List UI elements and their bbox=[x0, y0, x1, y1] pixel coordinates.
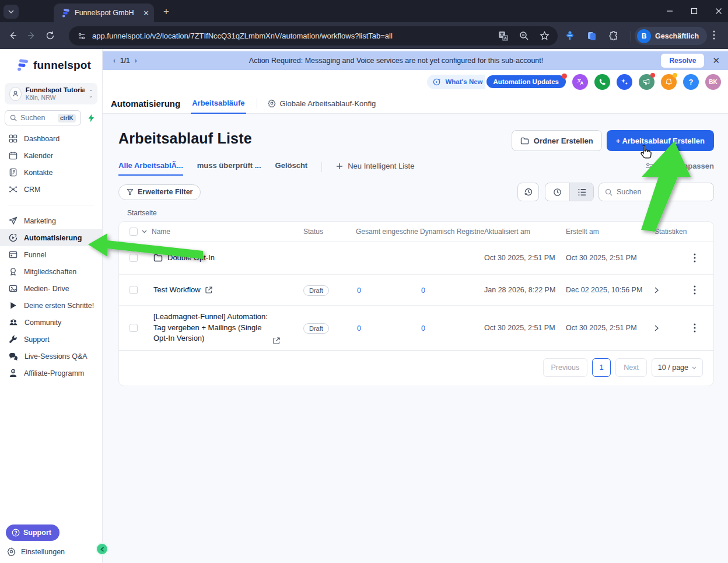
workflow-name[interactable]: Double Opt-In bbox=[167, 253, 215, 264]
phone-circle-button[interactable] bbox=[594, 74, 610, 90]
automation-updates-button[interactable]: Automation Updates bbox=[487, 75, 566, 88]
tab-alle-arbeitsablaeufe[interactable]: Alle ArbeitsablÃ... bbox=[118, 161, 183, 176]
pagination-page-1[interactable]: 1 bbox=[592, 358, 611, 377]
tab-search-button[interactable] bbox=[4, 5, 19, 19]
pagination-previous[interactable]: Previous bbox=[543, 358, 588, 377]
support-button[interactable]: Support bbox=[6, 524, 60, 541]
row-menu-icon[interactable] bbox=[694, 253, 696, 263]
dynamic-count[interactable]: 0 bbox=[420, 286, 425, 295]
new-tab-button[interactable]: + bbox=[163, 6, 169, 18]
table-row-workflow[interactable]: Test Workflow Draft 0 0 Jan 28 2026, 8:2… bbox=[119, 275, 713, 306]
advanced-filter-button[interactable]: Erweiterte Filter bbox=[118, 184, 201, 200]
sidebar-item-funnel[interactable]: Funnel bbox=[0, 246, 102, 263]
notifications-circle-button[interactable] bbox=[661, 74, 677, 90]
external-link-icon[interactable] bbox=[273, 337, 280, 344]
select-all-checkbox[interactable] bbox=[130, 228, 138, 236]
account-chevrons-icon: ⌃⌄ bbox=[89, 90, 93, 98]
folder-icon bbox=[153, 254, 163, 262]
translate-circle-button[interactable] bbox=[572, 74, 588, 90]
memberships-icon bbox=[9, 267, 18, 276]
list-view-button[interactable] bbox=[569, 183, 593, 201]
sidebar-item-kontakte[interactable]: Kontakte bbox=[0, 164, 102, 181]
window-close-icon[interactable] bbox=[715, 8, 722, 15]
clock-view-button[interactable] bbox=[545, 183, 569, 201]
tab-geloescht[interactable]: Gelöscht bbox=[275, 161, 308, 176]
col-stats: Statistiken bbox=[648, 228, 713, 236]
sidebar-item-dashboard[interactable]: Dashboard bbox=[0, 130, 102, 147]
extension-top-icon[interactable] bbox=[565, 30, 575, 41]
announcements-circle-button[interactable] bbox=[639, 74, 654, 90]
ai-spark-button[interactable] bbox=[85, 111, 97, 124]
workflow-name[interactable]: Test Workflow bbox=[153, 285, 201, 296]
customize-list-button[interactable]: Liste Anpassen bbox=[645, 162, 714, 175]
sidebar-item-einstellungen[interactable]: Einstellungen bbox=[7, 547, 65, 556]
account-switcher[interactable]: Funnelspot Tutorial ... Köln, NRW ⌃⌄ bbox=[5, 83, 97, 104]
extensions-puzzle-icon[interactable] bbox=[608, 31, 619, 41]
table-row-workflow[interactable]: [Leadmagnet-Funnel] Automation: Tag verg… bbox=[119, 306, 713, 351]
back-button[interactable] bbox=[4, 26, 22, 45]
sidebar-item-kalender[interactable]: Kalender bbox=[0, 147, 102, 164]
sidebar-item-support[interactable]: Support bbox=[0, 331, 102, 348]
browser-menu-icon[interactable] bbox=[713, 30, 715, 40]
row-checkbox[interactable] bbox=[130, 286, 138, 294]
row-checkbox[interactable] bbox=[130, 324, 138, 332]
sidebar-item-erste-schritte[interactable]: Deine ersten Schritte! bbox=[0, 297, 102, 314]
table-search-input[interactable] bbox=[617, 188, 710, 196]
new-smart-list-button[interactable]: Neu Intelligent Liste bbox=[336, 162, 414, 175]
page-size-select[interactable]: 10 / page bbox=[652, 358, 703, 377]
sidebar-item-marketing[interactable]: Marketing bbox=[0, 212, 102, 229]
sidebar-item-crm[interactable]: CRM bbox=[0, 181, 102, 198]
dynamic-count[interactable]: 0 bbox=[420, 324, 425, 333]
extension-pages-icon[interactable] bbox=[587, 31, 597, 41]
sidebar-search-input[interactable] bbox=[20, 114, 54, 122]
account-avatar-icon bbox=[9, 87, 22, 101]
row-menu-icon[interactable] bbox=[694, 285, 696, 295]
sidebar-item-medien-drive[interactable]: Medien- Drive bbox=[0, 280, 102, 297]
pagination-next[interactable]: Next bbox=[615, 358, 647, 377]
window-minimize-icon[interactable] bbox=[666, 8, 673, 15]
whats-new-button[interactable]: What's New bbox=[427, 75, 485, 89]
help-circle-button[interactable]: ? bbox=[683, 74, 699, 90]
browser-tab[interactable]: Funnelspot GmbH ✕ bbox=[54, 4, 154, 22]
create-folder-button[interactable]: Ordner Erstellen bbox=[512, 130, 602, 151]
zoom-icon[interactable] bbox=[519, 31, 529, 41]
phone-icon bbox=[598, 78, 606, 86]
reload-button[interactable] bbox=[41, 26, 60, 45]
workflow-name[interactable]: [Leadmagnet-Funnel] Automation: Tag verg… bbox=[153, 312, 268, 345]
expand-stats-icon[interactable] bbox=[654, 325, 659, 331]
tab-muss-ueberprueft[interactable]: muss überprüft ... bbox=[197, 161, 261, 176]
browser-profile-chip[interactable]: B Geschäftlich bbox=[635, 27, 707, 45]
sidebar-item-community[interactable]: Community bbox=[0, 314, 102, 331]
enrolled-count[interactable]: 0 bbox=[356, 324, 361, 333]
sidebar-item-mitgliedschaften[interactable]: Mitgliedschaften bbox=[0, 263, 102, 280]
banner-prev-icon[interactable]: ‹ bbox=[113, 57, 116, 65]
academy-circle-button[interactable] bbox=[617, 74, 632, 90]
sidebar-item-affiliate[interactable]: Affiliate-Programm bbox=[0, 365, 102, 382]
tab-globale-konfig[interactable]: Globale Arbeitsablauf-Konfig bbox=[268, 99, 376, 108]
translate-icon[interactable] bbox=[498, 31, 509, 41]
history-button[interactable] bbox=[517, 183, 539, 201]
row-checkbox[interactable] bbox=[130, 254, 138, 262]
expand-stats-icon[interactable] bbox=[654, 287, 659, 293]
tab-arbeitsablaeufe[interactable]: Arbeitsabläufe bbox=[191, 93, 246, 114]
row-menu-icon[interactable] bbox=[694, 323, 696, 333]
resolve-button[interactable]: Resolve bbox=[661, 54, 704, 68]
address-bar[interactable]: app.funnelspot.io/v2/location/7ZTIfNccQ3… bbox=[69, 26, 558, 46]
site-info-icon[interactable] bbox=[77, 32, 86, 41]
user-avatar[interactable]: BK bbox=[705, 74, 721, 90]
window-maximize-icon[interactable] bbox=[691, 8, 698, 15]
sidebar-item-live-sessions[interactable]: Live-Sessions Q&A bbox=[0, 348, 102, 365]
table-row-folder[interactable]: Double Opt-In Oct 30 2025, 2:51 PM Oct 3… bbox=[119, 242, 713, 275]
enrolled-count[interactable]: 0 bbox=[356, 286, 361, 295]
chevron-down-icon[interactable] bbox=[142, 230, 147, 233]
table-search[interactable] bbox=[598, 183, 714, 201]
create-workflow-button[interactable]: + Arbeitsablauf Erstellen bbox=[607, 130, 714, 151]
banner-close-icon[interactable]: ✕ bbox=[704, 55, 720, 66]
bookmark-star-icon[interactable] bbox=[540, 31, 550, 41]
external-link-icon[interactable] bbox=[205, 286, 212, 293]
tab-close-icon[interactable]: ✕ bbox=[143, 9, 149, 18]
sidebar-collapse-button[interactable] bbox=[96, 543, 108, 555]
sidebar-item-automatisierung[interactable]: Automatisierung bbox=[0, 229, 102, 246]
sidebar-search[interactable]: ctrlK bbox=[5, 110, 81, 125]
forward-button[interactable] bbox=[22, 26, 41, 45]
